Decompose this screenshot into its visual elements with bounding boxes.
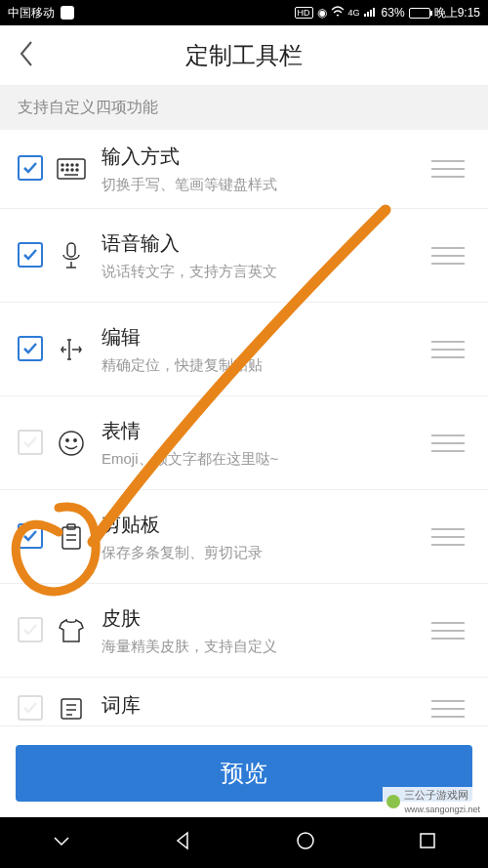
item-subtitle: 保存多条复制、剪切记录 — [102, 544, 431, 562]
drag-handle-icon[interactable] — [431, 616, 470, 645]
svg-point-17 — [60, 432, 83, 455]
svg-point-9 — [61, 169, 63, 171]
battery-pct: 63% — [382, 6, 405, 20]
checkbox[interactable] — [18, 155, 45, 183]
item-subtitle: 精确定位，快捷复制粘贴 — [102, 356, 431, 375]
drag-handle-icon[interactable] — [431, 694, 470, 723]
battery-icon — [409, 8, 430, 19]
status-time: 晚上9:15 — [434, 5, 480, 21]
signal-icon — [364, 6, 378, 21]
item-title: 词库 — [102, 692, 431, 719]
item-subtitle: 海量精美皮肤，支持自定义 — [102, 638, 431, 656]
list-item[interactable]: 词库 — [0, 678, 488, 726]
svg-point-19 — [74, 438, 76, 440]
item-title: 剪贴板 — [102, 512, 431, 538]
item-title: 表情 — [102, 418, 431, 444]
drag-handle-icon[interactable] — [431, 154, 470, 184]
svg-rect-0 — [364, 14, 366, 17]
item-title: 输入方式 — [102, 144, 431, 170]
svg-point-5 — [61, 164, 63, 166]
item-subtitle: 切换手写、笔画等键盘样式 — [102, 176, 431, 194]
network-type: 4G — [348, 8, 360, 18]
dict-icon — [45, 696, 98, 722]
svg-rect-24 — [61, 699, 81, 719]
svg-point-10 — [66, 169, 68, 171]
item-title: 语音输入 — [102, 230, 431, 257]
checkbox[interactable] — [18, 695, 45, 723]
svg-point-7 — [71, 164, 73, 166]
subheader: 支持自定义四项功能 — [0, 86, 488, 130]
checkbox[interactable] — [18, 242, 45, 269]
svg-point-28 — [298, 833, 313, 848]
nav-dropdown-icon[interactable] — [51, 830, 72, 855]
emoji-icon — [45, 430, 98, 457]
wechat-icon — [61, 6, 74, 20]
svg-rect-29 — [421, 834, 434, 847]
watermark-url: www.sangongzi.net — [404, 805, 480, 814]
svg-point-11 — [71, 169, 73, 171]
keyboard-icon — [45, 158, 98, 180]
clipboard-icon — [45, 523, 98, 551]
svg-rect-3 — [373, 8, 375, 17]
item-subtitle: 说话转文字，支持方言英文 — [102, 263, 431, 281]
drag-handle-icon[interactable] — [431, 241, 470, 270]
eye-icon: ◉ — [317, 6, 327, 20]
watermark-logo-icon — [386, 795, 400, 808]
list-item[interactable]: 输入方式切换手写、笔画等键盘样式 — [0, 130, 488, 209]
list-item[interactable]: 表情Emoji、颜文字都在这里哒~ — [0, 396, 488, 490]
svg-rect-20 — [62, 527, 80, 549]
shirt-icon — [45, 618, 98, 643]
item-subtitle: Emoji、颜文字都在这里哒~ — [102, 450, 431, 469]
drag-handle-icon[interactable] — [431, 429, 470, 458]
cursor-icon — [45, 337, 98, 362]
svg-point-12 — [76, 169, 78, 171]
svg-rect-1 — [367, 12, 369, 17]
drag-handle-icon[interactable] — [431, 335, 470, 364]
checkbox[interactable] — [18, 617, 45, 644]
checkbox[interactable] — [18, 523, 45, 551]
mic-icon — [45, 241, 98, 270]
system-nav-bar — [0, 817, 488, 868]
status-carrier: 中国移动 — [8, 5, 55, 21]
page-title: 定制工具栏 — [185, 40, 303, 71]
watermark-text: 三公子游戏网 — [404, 789, 468, 801]
list-item[interactable]: 语音输入说话转文字，支持方言英文 — [0, 209, 488, 303]
svg-point-8 — [76, 164, 78, 166]
svg-point-18 — [66, 438, 68, 440]
toolbar-list: 输入方式切换手写、笔画等键盘样式语音输入说话转文字，支持方言英文编辑精确定位，快… — [0, 130, 488, 726]
item-title: 编辑 — [102, 324, 431, 351]
list-item[interactable]: 剪贴板保存多条复制、剪切记录 — [0, 490, 488, 584]
drag-handle-icon[interactable] — [431, 522, 470, 552]
svg-rect-2 — [370, 10, 372, 17]
checkbox[interactable] — [18, 430, 45, 457]
svg-point-6 — [66, 164, 68, 166]
back-button[interactable] — [18, 39, 35, 72]
page-header: 定制工具栏 — [0, 25, 488, 86]
wifi-icon — [331, 6, 345, 21]
list-item[interactable]: 皮肤海量精美皮肤，支持自定义 — [0, 584, 488, 678]
status-bar: 中国移动 HD ◉ 4G 63% 晚上9:15 — [0, 0, 488, 25]
list-item[interactable]: 编辑精确定位，快捷复制粘贴 — [0, 303, 488, 396]
nav-recent-icon[interactable] — [417, 830, 438, 855]
nav-back-icon[interactable] — [173, 830, 194, 855]
hd-badge: HD — [295, 7, 313, 19]
nav-home-icon[interactable] — [295, 830, 316, 855]
svg-rect-14 — [67, 243, 75, 257]
checkbox[interactable] — [18, 336, 45, 363]
item-title: 皮肤 — [102, 605, 431, 632]
watermark: 三公子游戏网 www.sangongzi.net — [383, 787, 484, 815]
